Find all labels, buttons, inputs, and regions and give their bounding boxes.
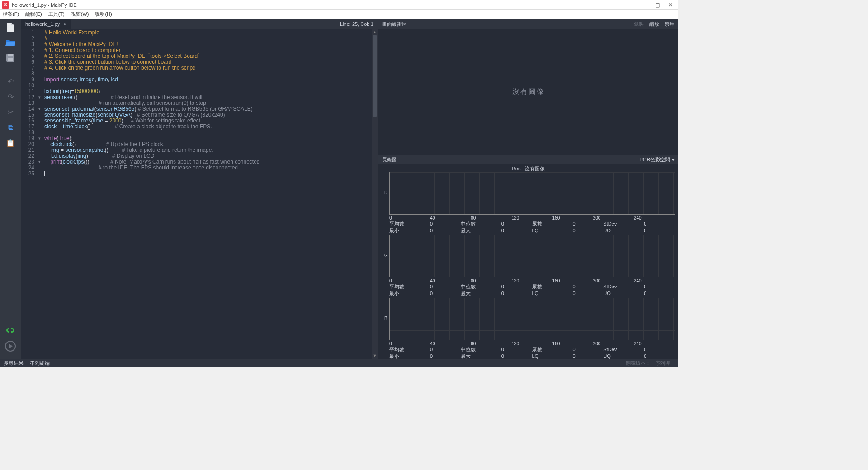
- dropdown-icon[interactable]: ▾: [672, 157, 675, 163]
- menu-window[interactable]: 視窗(W): [71, 11, 89, 18]
- status-serial[interactable]: 串列終端: [30, 360, 50, 367]
- scroll-thumb[interactable]: [373, 35, 377, 117]
- menu-file[interactable]: 檔案(F): [3, 11, 19, 18]
- tab-filename: helloworld_1.py: [25, 21, 60, 27]
- minimize-button[interactable]: —: [642, 2, 647, 8]
- menu-help[interactable]: 說明(H): [95, 11, 112, 18]
- menubar: 檔案(F) 編輯(E) 工具(T) 視窗(W) 說明(H): [0, 10, 678, 19]
- titlebar: S helloworld_1.py - MaixPy IDE — ▢ ✕: [0, 0, 678, 10]
- framebuffer-view: 沒有圖像: [378, 29, 678, 155]
- line-gutter: 1234567891011121314151617181920212223242…: [21, 29, 37, 359]
- close-button[interactable]: ✕: [668, 2, 673, 8]
- window-controls: — ▢ ✕: [642, 2, 673, 8]
- cursor-position: Line: 25, Col: 1: [335, 21, 378, 27]
- histogram-header: 長條圖 RGB色彩空間 ▾: [378, 155, 678, 164]
- open-file-icon[interactable]: [5, 37, 16, 48]
- window-title: helloworld_1.py - MaixPy IDE: [12, 2, 642, 8]
- histogram-charts: R04080120160200240平均數0中位數0眾數0StDev0最小0最大…: [378, 172, 678, 359]
- save-icon[interactable]: [5, 52, 16, 63]
- status-bar: 搜尋結果 串列終端 翻譯版本： 序列埠: [0, 359, 678, 367]
- paste-icon[interactable]: 📋: [5, 137, 16, 148]
- status-search[interactable]: 搜尋結果: [4, 360, 24, 367]
- scroll-up-icon[interactable]: ▲: [372, 29, 378, 35]
- app-logo-icon: S: [2, 1, 9, 9]
- colorspace-select[interactable]: RGB色彩空間: [639, 156, 670, 163]
- status-version: 翻譯版本：: [626, 360, 651, 367]
- copy-icon[interactable]: ⧉: [5, 122, 16, 133]
- framebuffer-placeholder: 沒有圖像: [512, 87, 545, 97]
- code-area[interactable]: # Hello World Example## Welcome to the M…: [42, 29, 372, 359]
- menu-edit[interactable]: 編輯(E): [25, 11, 42, 18]
- histogram-resolution: Res - 沒有圖像: [378, 164, 678, 172]
- framebuffer-title: 畫面緩衝區: [382, 21, 407, 28]
- run-icon[interactable]: [5, 341, 16, 352]
- svg-rect-2: [8, 58, 13, 61]
- undo-icon[interactable]: ↶: [5, 76, 16, 87]
- zoom-button[interactable]: 縮放: [649, 21, 659, 28]
- editor-tab[interactable]: helloworld_1.py ×: [21, 19, 71, 29]
- framebuffer-header: 畫面緩衝區 錄製 縮放 禁用: [378, 19, 678, 29]
- scroll-down-icon[interactable]: ▼: [372, 352, 378, 359]
- editor-tabbar: helloworld_1.py × Line: 25, Col: 1: [21, 19, 378, 29]
- new-file-icon[interactable]: [5, 22, 16, 33]
- editor-scrollbar[interactable]: ▲ ▼: [372, 29, 378, 359]
- histogram-title: 長條圖: [382, 156, 397, 163]
- status-port: 序列埠: [655, 360, 670, 367]
- maximize-button[interactable]: ▢: [655, 2, 660, 8]
- fold-gutter[interactable]: ▾▾▾▾: [37, 29, 42, 359]
- svg-rect-1: [8, 54, 13, 56]
- disable-button[interactable]: 禁用: [665, 21, 675, 28]
- tab-close-icon[interactable]: ×: [63, 21, 66, 27]
- left-toolbar: ↶ ↷ ✂ ⧉ 📋: [0, 19, 21, 359]
- code-editor[interactable]: 1234567891011121314151617181920212223242…: [21, 29, 378, 359]
- redo-icon[interactable]: ↷: [5, 91, 16, 102]
- menu-tools[interactable]: 工具(T): [48, 11, 65, 18]
- record-button[interactable]: 錄製: [634, 21, 644, 28]
- connect-icon[interactable]: [5, 325, 16, 336]
- cut-icon[interactable]: ✂: [5, 107, 16, 118]
